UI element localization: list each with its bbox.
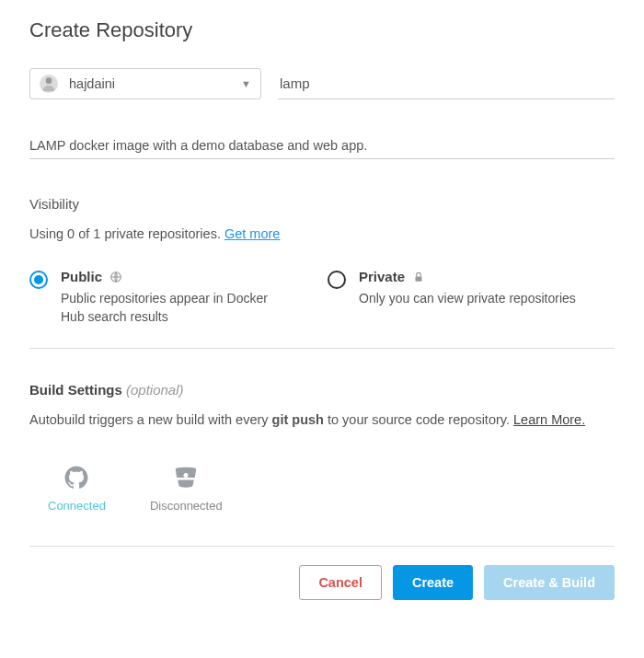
page-title: Create Repository	[29, 18, 615, 42]
bitbucket-status: Disconnected	[150, 499, 223, 513]
chevron-down-icon: ▼	[241, 78, 251, 89]
lock-icon	[412, 271, 425, 283]
namespace-value: hajdaini	[69, 76, 241, 91]
visibility-options: Public Public repositories appear in Doc…	[29, 269, 615, 326]
action-buttons: Cancel Create Create & Build	[29, 565, 615, 600]
svg-rect-2	[416, 276, 422, 281]
visibility-option-public[interactable]: Public Public repositories appear in Doc…	[29, 269, 316, 326]
divider-bottom	[29, 546, 615, 547]
namespace-select[interactable]: hajdaini ▼	[29, 68, 261, 99]
optional-hint: (optional)	[126, 382, 184, 398]
private-title: Private	[359, 269, 405, 284]
repo-name-input[interactable]	[278, 68, 615, 99]
cancel-button[interactable]: Cancel	[299, 565, 382, 600]
radio-private[interactable]	[328, 271, 346, 289]
get-more-link[interactable]: Get more	[224, 226, 280, 241]
repo-description-input[interactable]	[29, 133, 615, 159]
visibility-option-private[interactable]: Private Only you can view private reposi…	[328, 269, 615, 326]
namespace-row: hajdaini ▼	[29, 68, 615, 99]
svg-point-0	[46, 77, 52, 84]
github-status: Connected	[48, 499, 106, 513]
private-desc: Only you can view private repositories	[359, 290, 576, 308]
divider	[29, 348, 615, 349]
create-and-build-button[interactable]: Create & Build	[484, 565, 615, 600]
provider-github[interactable]: Connected	[48, 464, 106, 513]
build-providers: Connected Disconnected	[48, 464, 615, 513]
build-settings-desc: Autobuild triggers a new build with ever…	[29, 412, 615, 427]
radio-public[interactable]	[29, 271, 48, 289]
provider-bitbucket[interactable]: Disconnected	[150, 464, 223, 513]
learn-more-link[interactable]: Learn More.	[513, 412, 585, 427]
github-icon	[63, 464, 90, 491]
avatar	[40, 75, 58, 93]
usage-text: Using 0 of 1 private repositories.	[29, 226, 224, 241]
create-button[interactable]: Create	[393, 565, 473, 600]
public-title: Public	[61, 269, 102, 284]
bitbucket-icon	[172, 464, 200, 491]
globe-icon	[109, 271, 122, 283]
build-settings-label: Build Settings (optional)	[29, 382, 615, 398]
public-desc: Public repositories appear in Docker Hub…	[61, 290, 282, 326]
visibility-label: Visibility	[29, 196, 615, 212]
visibility-usage: Using 0 of 1 private repositories. Get m…	[29, 226, 615, 241]
